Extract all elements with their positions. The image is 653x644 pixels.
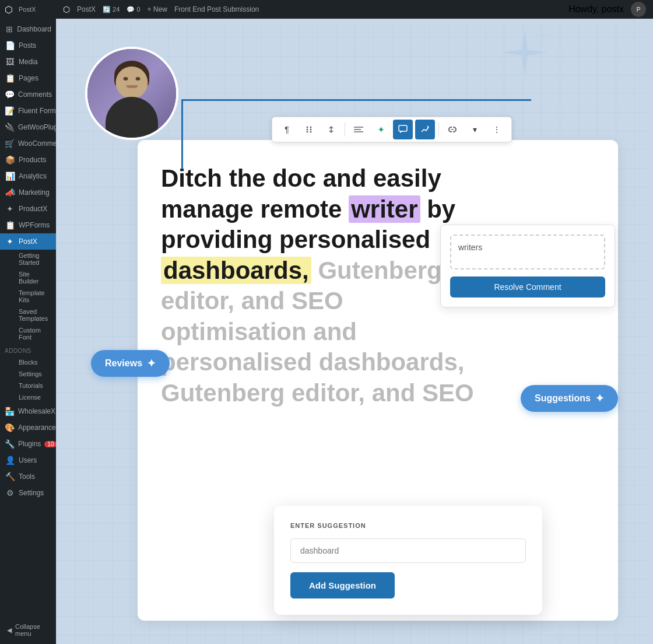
sidebar-menu: ⊞ Dashboard 📄 Posts 🖼 Media 📋 Pages 💬 Co… xyxy=(0,19,56,616)
toolbar-drag-btn[interactable] xyxy=(299,120,319,139)
editor-toolbar: ¶ ✦ ▾ ⋮ xyxy=(272,117,512,142)
sidebar-item-wpforms[interactable]: 📋 WPForms xyxy=(0,217,56,233)
wp-icon: ⬡ xyxy=(63,5,70,14)
headline-highlight-dashboards: dashboards, xyxy=(161,257,311,284)
sidebar-footer: ◀ Collapse menu xyxy=(0,616,56,644)
pages-icon: 📋 xyxy=(5,74,15,83)
suggestions-label: Suggestions xyxy=(535,393,591,404)
sidebar-item-wholesalex[interactable]: 🏪 WholesaleX xyxy=(0,403,56,419)
sidebar-item-pages[interactable]: 📋 Pages xyxy=(0,70,56,86)
svg-point-4 xyxy=(307,131,308,133)
toolbar-link-btn[interactable] xyxy=(443,120,462,139)
analytics-icon: 📊 xyxy=(5,172,15,181)
svg-point-3 xyxy=(310,129,312,131)
toolbar-arrows-btn[interactable] xyxy=(321,120,341,139)
submenu-site-builder[interactable]: Site Builder xyxy=(0,268,56,287)
svg-point-5 xyxy=(310,131,312,133)
tools-icon: 🔨 xyxy=(5,472,15,481)
posts-icon: 📄 xyxy=(5,41,15,50)
howdy-text: Howdy, postx xyxy=(568,4,624,15)
page-breadcrumb: Front End Post Submission xyxy=(174,5,259,13)
addons-label: Addons xyxy=(0,343,56,356)
toolbar-paragraph-btn[interactable]: ¶ xyxy=(277,120,297,139)
submenu-license[interactable]: License xyxy=(0,391,56,403)
dashboard-icon: ⊞ xyxy=(5,24,13,34)
toolbar-divider-1 xyxy=(345,123,345,136)
new-button[interactable]: + New xyxy=(148,5,167,13)
postx-icon: ✦ xyxy=(5,237,15,246)
user-avatar[interactable]: P xyxy=(631,2,646,17)
sidebar-item-postx[interactable]: ✦ PostX xyxy=(0,233,56,250)
submenu-saved-templates[interactable]: Saved Templates xyxy=(0,306,56,324)
resolve-comment-button[interactable]: Resolve Comment xyxy=(450,276,605,298)
media-icon: 🖼 xyxy=(5,57,15,66)
marketing-icon: 📣 xyxy=(5,188,15,197)
sidebar-item-analytics[interactable]: 📊 Analytics xyxy=(0,168,56,184)
sidebar-item-products[interactable]: 📦 Products xyxy=(0,152,56,168)
svg-point-0 xyxy=(307,127,308,128)
site-name[interactable]: PostX xyxy=(19,6,36,13)
sidebar-item-marketing[interactable]: 📣 Marketing xyxy=(0,184,56,201)
wpforms-icon: 📋 xyxy=(5,220,15,230)
products-icon: 📦 xyxy=(5,155,15,164)
sidebar-item-woocommerce[interactable]: 🛒 WooCommerce xyxy=(0,135,56,152)
toolbar-chevron-btn[interactable]: ▾ xyxy=(465,120,485,139)
sidebar-item-comments[interactable]: 💬 Comments xyxy=(0,86,56,103)
sidebar-item-settings-main[interactable]: ⚙ Settings xyxy=(0,485,56,501)
suggestions-button[interactable]: Suggestions ✦ xyxy=(521,385,618,412)
sidebar-item-appearance[interactable]: 🎨 Appearance xyxy=(0,419,56,436)
site-title[interactable]: PostX xyxy=(77,5,96,13)
blue-line-vertical xyxy=(181,99,183,169)
suggestion-modal: ENTER SUGGESTION Add Suggestion xyxy=(274,506,542,615)
submenu-template-kits[interactable]: Template Kits xyxy=(0,287,56,306)
main-content: ⬡ PostX 🔄 24 💬 0 + New Front End Post Su… xyxy=(56,0,653,644)
toolbar-align-btn[interactable] xyxy=(349,120,368,139)
sidebar-item-fluent-forms[interactable]: 📝 Fluent Forms xyxy=(0,103,56,119)
star-decoration xyxy=(490,23,560,84)
collapse-icon: ◀ xyxy=(7,626,12,634)
woocommerce-icon: 🛒 xyxy=(5,139,15,148)
add-suggestion-button[interactable]: Add Suggestion xyxy=(290,572,395,598)
fluent-forms-icon: 📝 xyxy=(5,106,15,116)
wp-logo-icon: ⬡ xyxy=(5,4,13,15)
headline-part3 xyxy=(311,257,318,284)
suggestion-input[interactable] xyxy=(290,538,526,563)
toolbar-comment-btn[interactable] xyxy=(393,120,413,139)
productx-icon: ✦ xyxy=(5,204,15,214)
sidebar-item-users[interactable]: 👤 Users xyxy=(0,452,56,468)
svg-rect-9 xyxy=(399,125,407,131)
sidebar-item-tools[interactable]: 🔨 Tools xyxy=(0,468,56,485)
comment-box: writers Resolve Comment xyxy=(440,225,615,307)
sidebar-item-dashboard[interactable]: ⊞ Dashboard xyxy=(0,21,56,37)
comment-text[interactable]: writers xyxy=(450,235,605,270)
blue-line-horizontal xyxy=(181,99,531,101)
sidebar-item-media[interactable]: 🖼 Media xyxy=(0,54,56,70)
reviews-button[interactable]: Reviews ✦ xyxy=(91,350,170,377)
appearance-icon: 🎨 xyxy=(5,423,15,432)
submenu-settings[interactable]: Settings xyxy=(0,368,56,380)
toolbar-ai-write-btn[interactable] xyxy=(415,120,435,139)
sidebar-item-getwoo[interactable]: 🔌 GetWooPlugins xyxy=(0,119,56,135)
svg-point-1 xyxy=(310,127,312,128)
getwoo-icon: 🔌 xyxy=(5,123,15,132)
settings-icon: ⚙ xyxy=(5,488,15,498)
submenu-blocks[interactable]: Blocks xyxy=(0,356,56,368)
sidebar-item-posts[interactable]: 📄 Posts xyxy=(0,37,56,54)
toolbar-divider-2 xyxy=(438,123,439,136)
collapse-menu-button[interactable]: ◀ Collapse menu xyxy=(5,621,51,639)
suggestion-modal-title: ENTER SUGGESTION xyxy=(290,522,526,529)
sidebar-item-productx[interactable]: ✦ ProductX xyxy=(0,201,56,217)
toolbar-more-btn[interactable]: ⋮ xyxy=(487,120,507,139)
admin-top-bar: ⬡ PostX 🔄 24 💬 0 + New Front End Post Su… xyxy=(56,0,653,19)
svg-point-2 xyxy=(307,129,308,131)
editor-headline: Ditch the doc and easily manage remote w… xyxy=(161,163,487,408)
submenu-custom-font[interactable]: Custom Font xyxy=(0,324,56,343)
sidebar-item-plugins[interactable]: 🔧 Plugins 10 xyxy=(0,436,56,452)
reviews-sparkle-icon: ✦ xyxy=(147,357,156,370)
submenu-getting-started[interactable]: Getting Started xyxy=(0,250,56,268)
toolbar-openai-btn[interactable]: ✦ xyxy=(371,120,391,139)
headline-highlight-writer: writer xyxy=(349,195,420,223)
submenu-tutorials[interactable]: Tutorials xyxy=(0,380,56,391)
sidebar: ⬡ PostX ⊞ Dashboard 📄 Posts 🖼 Media 📋 Pa… xyxy=(0,0,56,644)
comments-icon: 💬 xyxy=(5,90,15,99)
